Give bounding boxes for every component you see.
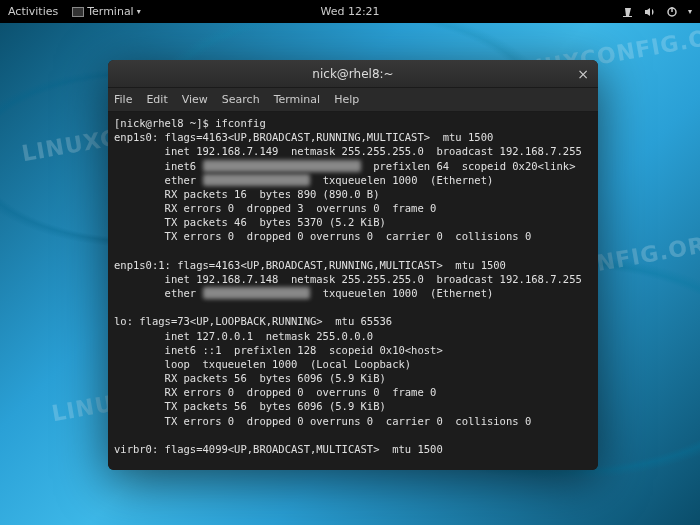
menu-help[interactable]: Help — [334, 93, 359, 106]
menu-terminal[interactable]: Terminal — [274, 93, 321, 106]
terminal-icon — [72, 7, 84, 17]
gnome-topbar: Activities Terminal ▾ Wed 12:21 ▾ — [0, 0, 700, 23]
output-line: ether — [114, 174, 203, 186]
redacted-mac: xx:xx:xx:xx:xx:xx — [203, 174, 310, 186]
app-menu-terminal[interactable]: Terminal ▾ — [72, 5, 141, 18]
chevron-down-icon: ▾ — [137, 7, 141, 16]
output-line: virbr0: flags=4099<UP,BROADCAST,MULTICAS… — [114, 443, 443, 455]
output-line: RX errors 0 dropped 0 overruns 0 frame 0 — [114, 386, 436, 398]
output-line: loop txqueuelen 1000 (Local Loopback) — [114, 358, 411, 370]
menu-file[interactable]: File — [114, 93, 132, 106]
terminal-window: nick@rhel8:~ × File Edit View Search Ter… — [108, 60, 598, 470]
power-icon — [666, 6, 678, 18]
output-line: RX packets 56 bytes 6096 (5.9 KiB) — [114, 372, 386, 384]
output-line: lo: flags=73<UP,LOOPBACK,RUNNING> mtu 65… — [114, 315, 392, 327]
redacted-mac: xx:xx:xx:xx:xx:xx — [203, 287, 310, 299]
menubar: File Edit View Search Terminal Help — [108, 88, 598, 112]
clock[interactable]: Wed 12:21 — [320, 5, 379, 18]
menu-search[interactable]: Search — [222, 93, 260, 106]
output-line: TX errors 0 dropped 0 overruns 0 carrier… — [114, 415, 531, 427]
output-line: TX packets 56 bytes 6096 (5.9 KiB) — [114, 400, 386, 412]
window-title: nick@rhel8:~ — [312, 67, 393, 81]
output-line: ether — [114, 287, 203, 299]
activities-button[interactable]: Activities — [8, 5, 58, 18]
output-line: RX errors 0 dropped 3 overruns 0 frame 0 — [114, 202, 436, 214]
chevron-down-icon: ▾ — [688, 7, 692, 16]
app-menu-label: Terminal — [87, 5, 134, 18]
output-line: inet6 — [114, 160, 203, 172]
menu-edit[interactable]: Edit — [146, 93, 167, 106]
command-text: ifconfig — [215, 117, 266, 129]
volume-icon — [644, 6, 656, 18]
output-line: enp1s0: flags=4163<UP,BROADCAST,RUNNING,… — [114, 131, 493, 143]
system-tray[interactable]: ▾ — [622, 6, 692, 18]
output-line: enp1s0:1: flags=4163<UP,BROADCAST,RUNNIN… — [114, 259, 506, 271]
network-icon — [622, 6, 634, 18]
output-line: inet6 ::1 prefixlen 128 scopeid 0x10<hos… — [114, 344, 443, 356]
prompt: [nick@rhel8 ~]$ — [114, 117, 215, 129]
output-line: RX packets 16 bytes 890 (890.0 B) — [114, 188, 380, 200]
output-line: inet 127.0.0.1 netmask 255.0.0.0 — [114, 330, 373, 342]
close-button[interactable]: × — [576, 67, 590, 81]
window-titlebar[interactable]: nick@rhel8:~ × — [108, 60, 598, 88]
output-line: inet 192.168.7.149 netmask 255.255.255.0… — [114, 145, 582, 157]
output-line: prefixlen 64 scopeid 0x20<link> — [361, 160, 576, 172]
output-line: txqueuelen 1000 (Ethernet) — [310, 174, 493, 186]
redacted-ipv6: fe80::xxxx:xxxx:xxxx:xxxx — [203, 160, 361, 172]
terminal-output[interactable]: [nick@rhel8 ~]$ ifconfig enp1s0: flags=4… — [108, 112, 598, 470]
menu-view[interactable]: View — [182, 93, 208, 106]
output-line: txqueuelen 1000 (Ethernet) — [310, 287, 493, 299]
output-line: TX errors 0 dropped 0 overruns 0 carrier… — [114, 230, 531, 242]
output-line: TX packets 46 bytes 5370 (5.2 KiB) — [114, 216, 386, 228]
output-line: inet 192.168.7.148 netmask 255.255.255.0… — [114, 273, 582, 285]
